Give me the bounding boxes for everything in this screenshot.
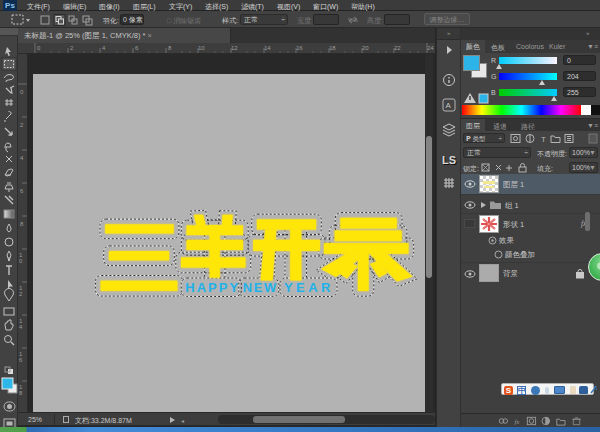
svg-text:18: 18 xyxy=(329,45,336,51)
svg-text:16: 16 xyxy=(296,45,303,51)
svg-text:LS: LS xyxy=(442,154,456,166)
svg-text:8: 8 xyxy=(168,45,172,51)
svg-text:14: 14 xyxy=(264,45,271,51)
svg-text:4: 4 xyxy=(19,324,23,330)
svg-text:20: 20 xyxy=(362,45,369,51)
svg-text:2: 2 xyxy=(19,291,23,297)
svg-text:6: 6 xyxy=(135,45,139,51)
svg-text:T: T xyxy=(541,135,546,144)
svg-text:YEAR: YEAR xyxy=(284,280,334,295)
svg-text:0: 0 xyxy=(20,89,24,95)
svg-text:HAPPY: HAPPY xyxy=(185,280,240,295)
svg-text:12: 12 xyxy=(231,45,238,51)
svg-text:10: 10 xyxy=(198,45,205,51)
svg-text:24: 24 xyxy=(427,45,434,51)
svg-text:0: 0 xyxy=(19,258,23,264)
svg-text:A: A xyxy=(446,101,452,110)
svg-text:fx: fx xyxy=(514,418,520,425)
svg-text:6: 6 xyxy=(19,357,23,363)
svg-text:2: 2 xyxy=(70,45,74,51)
svg-text:6: 6 xyxy=(20,188,24,194)
svg-text:22: 22 xyxy=(394,45,401,51)
svg-text:8: 8 xyxy=(20,221,24,227)
svg-text:NEW: NEW xyxy=(243,280,278,295)
svg-text:4: 4 xyxy=(20,155,24,161)
svg-text:8: 8 xyxy=(19,390,23,396)
svg-text:0: 0 xyxy=(37,45,41,51)
svg-text:4: 4 xyxy=(102,45,106,51)
svg-text:2: 2 xyxy=(20,122,24,128)
